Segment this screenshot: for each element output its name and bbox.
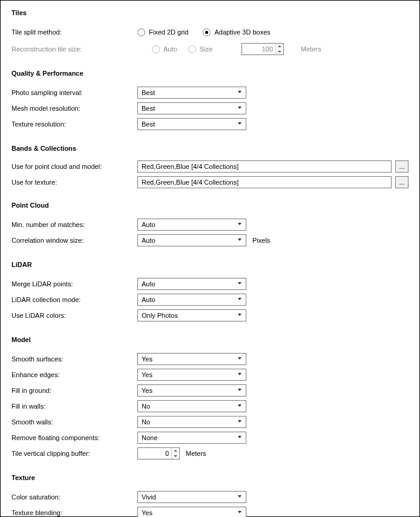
corr-unit: Pixels xyxy=(252,237,270,244)
lidar-merge-value: Auto xyxy=(142,280,156,288)
bands-pc-input[interactable]: Red,Green,Blue [4/4 Collections] xyxy=(137,160,392,173)
matches-combo[interactable]: Auto xyxy=(137,219,246,231)
smoothwalls-label: Smooth walls: xyxy=(11,418,137,426)
matches-value: Auto xyxy=(142,221,156,228)
radio-size-label: Size xyxy=(200,45,212,53)
settings-panel: Tiles Tile split method: Fixed 2D grid A… xyxy=(0,0,420,517)
radio-adaptive-3d-label: Adaptive 3D boxes xyxy=(214,28,270,36)
chevron-down-icon xyxy=(238,436,242,440)
chevron-down-icon xyxy=(238,239,242,243)
bands-pc-label: Use for point cloud and model: xyxy=(11,163,137,170)
radio-fixed-2d-label: Fixed 2D grid xyxy=(149,28,188,36)
radio-icon xyxy=(188,45,196,53)
spinner-up-icon xyxy=(276,44,283,49)
quality-title: Quality & Performance xyxy=(11,70,409,77)
corr-label: Correlation window size: xyxy=(11,237,137,244)
chevron-down-icon xyxy=(238,223,242,227)
texture-title: Texture xyxy=(11,474,409,481)
recon-tile-size-controls: Auto Size 100 Meters xyxy=(152,43,321,55)
walls-combo[interactable]: No xyxy=(137,400,246,412)
smoothwalls-combo[interactable]: No xyxy=(137,416,246,428)
chevron-down-icon xyxy=(238,314,242,318)
sat-value: Vivid xyxy=(142,493,156,501)
clip-value: 0 xyxy=(138,450,171,457)
spinner-buttons xyxy=(275,44,283,54)
edges-value: Yes xyxy=(142,371,153,378)
chevron-down-icon xyxy=(238,511,242,515)
chevron-down-icon xyxy=(238,389,242,393)
chevron-down-icon xyxy=(238,420,242,424)
bands-tex-value: Red,Green,Blue [4/4 Collections] xyxy=(142,179,238,186)
tex-res-value: Best xyxy=(142,120,155,128)
clip-unit: Meters xyxy=(186,450,206,457)
spinner-down-icon xyxy=(276,49,283,54)
tile-split-radios: Fixed 2D grid Adaptive 3D boxes xyxy=(137,28,271,36)
sampling-combo[interactable]: Best xyxy=(137,87,246,99)
radio-auto-label: Auto xyxy=(163,45,177,53)
bands-pc-browse-button[interactable]: ... xyxy=(395,160,409,173)
float-label: Remove floating components: xyxy=(11,434,137,441)
tile-split-label: Tile split method: xyxy=(11,28,137,36)
radio-size: Size xyxy=(188,45,212,53)
pointcloud-title: Point Cloud xyxy=(11,202,409,209)
recon-tile-size-row: Reconstruction tile size: Auto Size 100 … xyxy=(11,42,409,56)
edges-combo[interactable]: Yes xyxy=(137,369,246,381)
chevron-down-icon xyxy=(238,357,242,361)
chevron-down-icon xyxy=(238,495,242,499)
tile-size-unit: Meters xyxy=(301,45,321,53)
radio-icon xyxy=(203,28,211,36)
lidar-colors-label: Use LiDAR colors: xyxy=(11,312,137,319)
clip-label: Tile vertical clipping buffer: xyxy=(11,450,137,457)
sat-combo[interactable]: Vivid xyxy=(137,491,246,503)
radio-icon xyxy=(137,28,145,36)
lidar-colors-combo[interactable]: Only Photos xyxy=(137,309,246,321)
lidar-merge-combo[interactable]: Auto xyxy=(137,278,246,290)
lidar-merge-label: Merge LiDAR points: xyxy=(11,280,137,288)
sat-label: Color saturation: xyxy=(11,493,137,501)
smooth-value: Yes xyxy=(142,355,153,363)
chevron-down-icon xyxy=(238,91,242,95)
chevron-down-icon xyxy=(238,404,242,409)
clip-spinner[interactable]: 0 xyxy=(137,447,180,459)
recon-tile-size-label: Reconstruction tile size: xyxy=(11,45,137,53)
matches-label: Min. number of matches: xyxy=(11,221,137,228)
mesh-combo[interactable]: Best xyxy=(137,102,246,114)
walls-label: Fill in walls: xyxy=(11,403,137,410)
tile-size-value: 100 xyxy=(242,45,275,53)
bands-pc-value: Red,Green,Blue [4/4 Collections] xyxy=(142,163,238,170)
sampling-value: Best xyxy=(142,89,155,96)
chevron-down-icon xyxy=(238,122,242,127)
lidar-mode-value: Auto xyxy=(142,296,156,303)
corr-value: Auto xyxy=(142,237,156,244)
spinner-buttons[interactable] xyxy=(171,448,179,459)
chevron-down-icon xyxy=(238,373,242,377)
tile-size-spinner: 100 xyxy=(241,43,284,55)
smooth-combo[interactable]: Yes xyxy=(137,353,246,365)
radio-icon xyxy=(152,45,160,53)
chevron-down-icon xyxy=(238,298,242,302)
tex-res-combo[interactable]: Best xyxy=(137,118,246,130)
smoothwalls-value: No xyxy=(142,418,150,426)
chevron-down-icon xyxy=(238,282,242,286)
corr-combo[interactable]: Auto xyxy=(137,234,246,246)
blend-label: Texture blending: xyxy=(11,509,137,516)
bands-tex-input[interactable]: Red,Green,Blue [4/4 Collections] xyxy=(137,176,392,188)
radio-adaptive-3d[interactable]: Adaptive 3D boxes xyxy=(203,28,270,36)
tiles-title: Tiles xyxy=(11,9,409,16)
bands-tex-browse-button[interactable]: ... xyxy=(395,176,409,188)
ground-combo[interactable]: Yes xyxy=(137,384,246,397)
lidar-mode-label: LiDAR collection mode: xyxy=(11,296,137,303)
tile-split-row: Tile split method: Fixed 2D grid Adaptiv… xyxy=(11,25,409,39)
model-title: Model xyxy=(11,336,409,343)
lidar-title: LiDAR xyxy=(11,261,409,268)
walls-value: No xyxy=(142,403,150,410)
lidar-mode-combo[interactable]: Auto xyxy=(137,294,246,306)
blend-combo[interactable]: Yes xyxy=(137,507,246,517)
mesh-label: Mesh model resolution: xyxy=(11,105,137,112)
bands-title: Bands & Collections xyxy=(11,145,409,152)
mesh-value: Best xyxy=(142,105,155,112)
float-combo[interactable]: None xyxy=(137,432,246,444)
spinner-down-icon[interactable] xyxy=(172,453,179,459)
radio-fixed-2d[interactable]: Fixed 2D grid xyxy=(137,28,188,36)
spinner-up-icon[interactable] xyxy=(172,448,179,453)
